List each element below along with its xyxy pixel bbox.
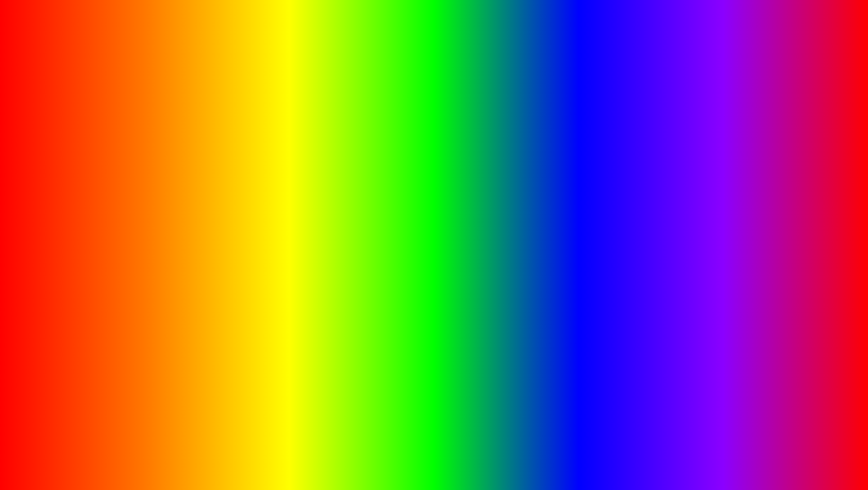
sidebar-item-islands-right[interactable]: 🏝️ Islands bbox=[570, 235, 632, 248]
dungeon-icon-right: 🏰 bbox=[574, 250, 582, 258]
shop-icon-right: 🛒 bbox=[574, 276, 582, 283]
logo-x: ✖ bbox=[788, 439, 799, 454]
auto-farm-devil-row: ℝ | Auto Farm Mastery (Devil Fruit) bbox=[106, 183, 263, 191]
select-weapon-row: ℝ | Select Weapon Melee bbox=[636, 178, 825, 187]
r-icon-w1: ℝ bbox=[636, 179, 641, 186]
user-icon-right: 👤 bbox=[574, 162, 582, 169]
fast-attack-value[interactable]: Default bbox=[798, 189, 825, 197]
sidebar-item-combat-right[interactable]: ⚔️ Combat bbox=[570, 223, 632, 235]
fast-attack-row: ℝ | Fast Attack Mode Default bbox=[636, 189, 825, 197]
kill-health-value[interactable]: 25 bbox=[236, 203, 263, 211]
select-type-row: ℝ | Select type Quest bbox=[106, 172, 263, 180]
fast-attack-label: | Fast Attack Mode bbox=[644, 190, 796, 196]
title-fruits: FRUITS bbox=[405, 2, 665, 83]
bottom-text: AUTO FARM SCRIPT PASTEBIN bbox=[0, 422, 868, 479]
islands-icon-right: 🏝️ bbox=[574, 238, 582, 245]
sidebar-item-user-left[interactable]: 👤 User bbox=[39, 160, 102, 172]
monster-info: [Monster] : Snow Demon [Lv. 2425] bbox=[636, 209, 825, 218]
sidebar-item-dungeon-right[interactable]: 🏰 Dungeon bbox=[570, 248, 632, 260]
mobile-android-container: MOBILE ✓ ANDROID ✓ bbox=[34, 193, 238, 273]
setting-icon-right: ⚙️ bbox=[574, 187, 582, 195]
sidebar-item-user-right[interactable]: 👤 User bbox=[570, 160, 632, 172]
r-icon-w2: ℝ bbox=[636, 190, 641, 196]
start-auto-farm-label: | Start Auto Farm bbox=[644, 227, 807, 233]
select-type-value[interactable]: Quest bbox=[236, 172, 263, 180]
logo-bottom: ☠ BL ✖ FRUITS bbox=[761, 380, 823, 477]
select-weapon-label: | Select Weapon bbox=[644, 179, 796, 186]
right-sidebar: 👤 User 📋 Main ⚙️ Setting 🌾 OtherFarm 📊 S… bbox=[570, 156, 633, 307]
sidebar-item-stats-right[interactable]: 📊 Stats bbox=[570, 210, 632, 223]
main-icon-left: 📋 bbox=[44, 175, 51, 182]
select-weapon-value[interactable]: Melee bbox=[798, 178, 825, 187]
right-panel-header: >>> Main Farm <<< bbox=[636, 166, 825, 176]
start-auto-farm-toggle[interactable] bbox=[809, 226, 825, 234]
auto-farm-devil-label: | Auto Farm Mastery (Devil Fruit) bbox=[113, 183, 245, 190]
sidebar-item-otherfarm-right[interactable]: 🌾 OtherFarm bbox=[570, 197, 632, 210]
select-mode-farm-label: | Select Mode Farm bbox=[644, 200, 791, 206]
r-icon-w4: ℝ bbox=[636, 227, 641, 233]
select-mode-farm-value[interactable]: Level Farm bbox=[792, 199, 825, 207]
skill-z-toggle[interactable] bbox=[247, 214, 263, 222]
quest-info: [Quest] : CandyQuest1 | [Level] : 2 bbox=[636, 218, 825, 226]
skull-icon: ☠ bbox=[782, 394, 802, 420]
chest-button[interactable]: >>> Chest <<< bbox=[636, 236, 825, 246]
auto-farm-devil-toggle[interactable] bbox=[247, 183, 263, 191]
r-icon-1: ℝ bbox=[106, 173, 110, 180]
left-panel-header: >>> Mastery Farm <<< bbox=[106, 160, 263, 169]
main-icon-right: 📋 bbox=[574, 175, 582, 182]
checkmark1: ✓ bbox=[183, 198, 210, 233]
no-miss-skill-label: NO MISS SKILL bbox=[36, 121, 241, 151]
otherfarm-icon-right: 🌾 bbox=[574, 200, 582, 207]
sidebar-item-shop-right[interactable]: 🛒 Shop bbox=[570, 273, 632, 285]
logo-fruits-text: FRUITS bbox=[761, 457, 823, 477]
skill-x-toggle[interactable] bbox=[247, 224, 263, 232]
user-icon-left: 👤 bbox=[44, 162, 51, 169]
logo-circle: ☠ bbox=[765, 380, 819, 434]
auto-farm-gun-toggle[interactable] bbox=[247, 193, 263, 201]
title-blox: BLOX bbox=[203, 2, 403, 83]
combat-icon-right: ⚔️ bbox=[574, 225, 582, 232]
script-label: SCRIPT bbox=[361, 423, 556, 478]
sidebar-item-main-right[interactable]: 📋 Main bbox=[570, 172, 632, 185]
sidebar-item-main-left[interactable]: 📋 Main bbox=[39, 172, 102, 185]
right-panel: RELZ 01/10/2C M [ ID ] 👤 User 📋 Main ⚙️ … bbox=[569, 155, 830, 308]
fruit-icon-right: 🍎 bbox=[574, 263, 582, 270]
r-icon-w3: ℝ bbox=[636, 200, 641, 207]
r-icon-2: ℝ bbox=[106, 183, 110, 190]
right-panel-content: >>> Main Farm <<< ℝ | Select Weapon Mele… bbox=[633, 156, 829, 307]
best-top-label: BEST TOP !!! bbox=[660, 121, 823, 151]
sidebar-item-setting-right[interactable]: ⚙️ Setting bbox=[570, 185, 632, 197]
start-auto-farm-row: ℝ | Start Auto Farm bbox=[636, 226, 825, 234]
select-type-label: | Select type bbox=[113, 173, 234, 179]
title-container: BLOX FRUITS bbox=[0, 7, 868, 79]
android-label: ANDROID ✓ bbox=[34, 233, 238, 272]
checkmark2: ✓ bbox=[212, 238, 238, 273]
logo-bl: BL bbox=[761, 436, 787, 457]
auto-farm-label: AUTO FARM bbox=[66, 423, 359, 478]
mobile-label: MOBILE ✓ bbox=[34, 193, 238, 233]
sidebar-item-fruit-right[interactable]: 🍎 Fruit bbox=[570, 260, 632, 273]
stats-icon-right: 📊 bbox=[574, 213, 582, 220]
select-mode-farm-row: ℝ | Select Mode Farm Level Farm bbox=[636, 199, 825, 207]
